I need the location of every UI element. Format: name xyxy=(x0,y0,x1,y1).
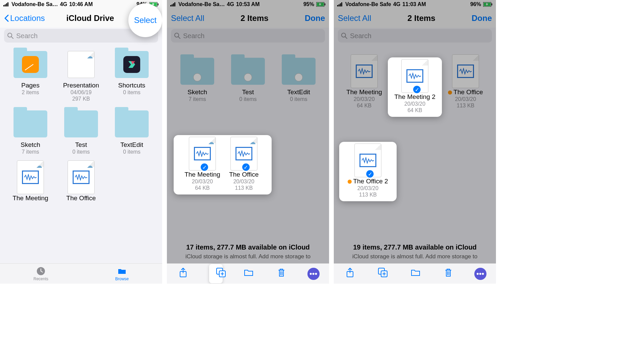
item-label: Shortcuts xyxy=(118,82,145,89)
share-button[interactable] xyxy=(176,267,190,280)
item-sub: 0 items xyxy=(239,96,257,102)
svg-line-8 xyxy=(11,37,13,38)
nav-title: 2 Items xyxy=(407,14,435,23)
file-presentation[interactable]: ☁︎ Presentation 04/06/19 297 KB xyxy=(57,49,105,102)
checkmark-icon: ✓ xyxy=(366,170,374,178)
clock-icon xyxy=(36,266,46,276)
signal-icon xyxy=(337,2,343,6)
folder-sketch[interactable]: Sketch 7 items xyxy=(7,109,54,155)
checkmark-icon: ✓ xyxy=(242,163,250,172)
item-sub: 20/03/20 xyxy=(354,96,375,102)
more-button[interactable]: ••• xyxy=(474,268,486,280)
select-all-button[interactable]: Select All xyxy=(338,14,371,23)
carrier-label: Vodafone-Be Sa… xyxy=(178,1,225,7)
search-field[interactable]: Search xyxy=(338,29,492,43)
item-label: The Office xyxy=(229,171,258,178)
item-label: Presentation xyxy=(63,82,99,89)
folder-test[interactable]: Test 0 items xyxy=(57,109,105,155)
status-bar: Vodafone-Be Sa… 4G 10:53 AM 95% xyxy=(167,0,329,9)
item-sub: 64 KB xyxy=(407,107,422,113)
file-the-meeting[interactable]: The Meeting 20/03/20 64 KB xyxy=(341,56,388,109)
network-label: 4G xyxy=(227,1,234,7)
done-button[interactable]: Done xyxy=(472,14,492,23)
file-the-meeting-selected[interactable]: ☁︎✓ The Meeting 20/03/20 64 KB xyxy=(184,138,220,191)
action-toolbar: ••• xyxy=(334,263,496,284)
chevron-left-icon xyxy=(4,15,9,22)
storage-warning: iCloud storage is almost full. Add more … xyxy=(341,253,489,260)
screen-1: Vodafone-Be Sa… 4G 10:46 AM 94% Location… xyxy=(0,0,162,284)
storage-summary: 19 items, 277.7 MB available on iCloud xyxy=(341,243,489,251)
svg-rect-23 xyxy=(339,4,340,6)
tab-browse[interactable]: Browse xyxy=(115,266,129,281)
file-the-office-selected[interactable]: ☁︎✓ The Office 20/03/20 113 KB xyxy=(227,138,261,191)
duplicate-button[interactable] xyxy=(376,267,390,280)
folder-test[interactable]: Test 0 items xyxy=(224,56,272,102)
move-button[interactable] xyxy=(409,268,422,279)
share-button[interactable] xyxy=(343,267,357,280)
delete-button[interactable] xyxy=(442,268,455,280)
tab-label: Browse xyxy=(115,277,129,281)
select-highlight: Select xyxy=(128,3,162,37)
file-the-meeting-2-selected[interactable]: ✓ The Meeting 2 20/03/20 64 KB xyxy=(394,61,435,113)
file-the-office-2-selected[interactable]: ✓ The Office 2 20/03/20 113 KB xyxy=(348,145,388,198)
item-sub: 20/03/20 xyxy=(404,101,425,107)
file-the-office[interactable]: ☁︎ The Office xyxy=(57,162,105,202)
svg-point-29 xyxy=(342,33,346,37)
checkmark-icon: ✓ xyxy=(200,163,209,172)
tab-recents[interactable]: Recents xyxy=(33,266,48,281)
svg-rect-24 xyxy=(340,3,341,6)
nav-title: iCloud Drive xyxy=(66,14,114,23)
signal-icon xyxy=(170,2,176,6)
file-the-office[interactable]: The Office 20/03/20 113 KB xyxy=(442,56,489,109)
item-label: Sketch xyxy=(188,88,207,96)
carrier-label: Vodafone-Be Sa… xyxy=(11,1,58,7)
svg-rect-10 xyxy=(170,5,171,6)
done-button[interactable]: Done xyxy=(305,14,325,23)
ellipsis-icon: ••• xyxy=(309,269,317,278)
cloud-download-icon: ☁︎ xyxy=(87,53,93,60)
cloud-download-icon: ☁︎ xyxy=(208,138,214,146)
folder-textedit[interactable]: TextEdit 0 items xyxy=(275,56,322,102)
share-icon xyxy=(346,267,354,278)
svg-rect-28 xyxy=(492,3,492,5)
folder-shortcuts[interactable]: Shortcuts 0 items xyxy=(108,49,155,102)
delete-button[interactable] xyxy=(275,268,288,280)
signal-icon xyxy=(3,2,9,6)
storage-info: 19 items, 277.7 MB available on iCloud i… xyxy=(334,243,496,260)
svg-line-30 xyxy=(345,37,347,38)
storage-info: 17 items, 277.7 MB available on iCloud i… xyxy=(167,243,329,260)
waveform-icon xyxy=(408,73,422,79)
svg-rect-6 xyxy=(158,3,158,5)
clock-label: 10:53 AM xyxy=(236,1,260,7)
move-button[interactable] xyxy=(242,268,255,279)
svg-rect-22 xyxy=(337,5,338,6)
item-sub: 2 items xyxy=(22,89,39,96)
item-label: The Office 2 xyxy=(348,178,388,185)
file-highlight-office2: ✓ The Office 2 20/03/20 113 KB xyxy=(339,142,397,201)
tag-dot-icon xyxy=(448,90,452,95)
folder-sketch[interactable]: Sketch 7 items xyxy=(174,56,221,102)
battery-icon xyxy=(316,2,326,7)
item-sub: 64 KB xyxy=(195,185,210,191)
more-button[interactable]: ••• xyxy=(307,268,320,280)
search-field[interactable]: Search xyxy=(171,29,325,43)
svg-point-17 xyxy=(175,33,179,37)
back-button[interactable]: Locations xyxy=(4,14,45,23)
item-sub: 113 KB xyxy=(457,102,474,109)
select-all-button[interactable]: Select All xyxy=(171,14,204,23)
nav-title: 2 Items xyxy=(241,14,269,23)
folder-pages[interactable]: Pages 2 items xyxy=(7,49,54,102)
nav-bar: Select All 2 Items Done xyxy=(334,9,496,28)
file-the-meeting[interactable]: ☁︎ The Meeting xyxy=(7,162,54,202)
search-placeholder: Search xyxy=(16,32,38,40)
screen-3: Vodafone-Be Safe 4G 11:03 AM 96% Select … xyxy=(334,0,496,284)
item-label: TextEdit xyxy=(287,88,310,96)
folder-textedit[interactable]: TextEdit 0 items xyxy=(108,109,155,155)
trash-icon xyxy=(277,268,285,277)
back-label: Locations xyxy=(10,14,45,23)
search-placeholder: Search xyxy=(350,32,371,40)
svg-rect-25 xyxy=(341,2,342,6)
svg-rect-11 xyxy=(172,4,173,6)
duplicate-button[interactable] xyxy=(209,264,223,283)
screen-2: Vodafone-Be Sa… 4G 10:53 AM 95% Select A… xyxy=(167,0,329,284)
